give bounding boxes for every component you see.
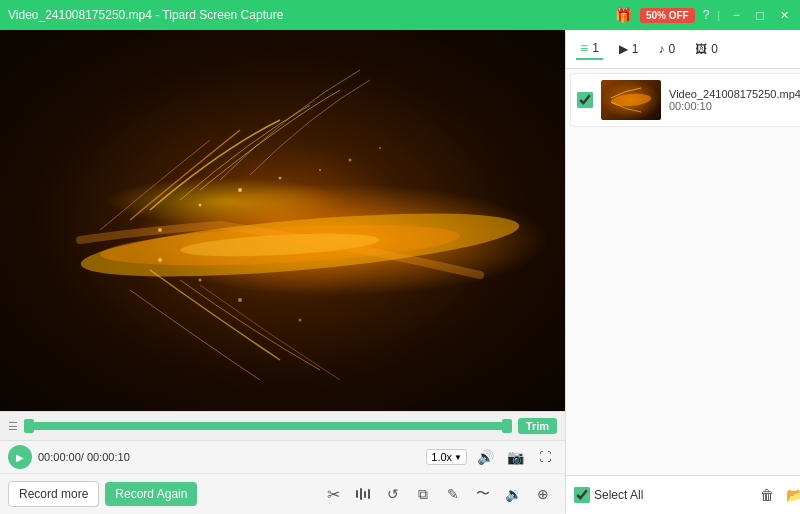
edit-icon[interactable]: ✎ [439,480,467,508]
app-title: Video_241008175250.mp4 - Tipard Screen C… [8,8,283,22]
rotate-icon[interactable]: ↺ [379,480,407,508]
right-bottom-bar: Select All 🗑 📂 ⬛ [566,475,800,514]
file-duration: 00:00:10 [669,100,800,112]
file-info: Video_241008175250.mp4 00:00:10 [669,88,800,112]
copy-icon[interactable]: ⧉ [409,480,437,508]
file-checkbox[interactable] [577,92,593,108]
svg-point-8 [349,159,352,162]
svg-point-12 [238,298,242,302]
equalizer-icon[interactable] [349,480,377,508]
trim-handle-left[interactable] [24,419,34,433]
camera-icon[interactable]: 📷 [503,445,527,469]
fullscreen-icon[interactable]: ⛶ [533,445,557,469]
file-item: Video_241008175250.mp4 00:00:10 [570,73,800,127]
svg-point-10 [158,258,162,262]
maximize-button[interactable]: □ [752,7,768,23]
select-all-label[interactable]: Select All [594,488,643,502]
image-tab-icon: 🖼 [695,42,707,56]
volume-adjust-icon[interactable]: 🔉 [499,480,527,508]
image-count: 0 [711,42,718,56]
record-more-button[interactable]: Record more [8,481,99,507]
record-again-button[interactable]: Record Again [105,482,197,506]
close-button[interactable]: ✕ [776,7,792,23]
right-panel: ≡ 1 ▶ 1 ♪ 0 🖼 0 [565,30,800,514]
gift-icon: 🎁 [615,7,632,23]
bottom-controls: ☰ Trim ▶ 00:00:00/ 00:00:10 1.0x ▼ � [0,411,565,514]
speed-value: 1.0x [431,451,452,463]
promo-badge[interactable]: 50% OFF [640,8,695,23]
tab-video[interactable]: ▶ 1 [615,40,643,58]
right-tool-icons: 🗑 📂 ⬛ [754,482,800,508]
svg-rect-17 [368,489,370,499]
play-icon: ▶ [16,452,24,463]
scissors-icon[interactable]: ✂ [319,480,347,508]
trim-handle-right[interactable] [502,419,512,433]
file-list: Video_241008175250.mp4 00:00:10 [566,69,800,475]
title-bar: Video_241008175250.mp4 - Tipard Screen C… [0,0,800,30]
file-name: Video_241008175250.mp4 [669,88,800,100]
delete-icon[interactable]: 🗑 [754,482,780,508]
more-icon[interactable]: ⊕ [529,480,557,508]
time-display: 00:00:00/ 00:00:10 [38,451,130,463]
list-count: 1 [592,41,599,55]
svg-rect-15 [360,488,362,500]
speed-selector[interactable]: 1.0x ▼ [426,449,467,465]
svg-point-5 [238,188,242,192]
video-tab-icon: ▶ [619,42,628,56]
audio-count: 0 [669,42,676,56]
svg-rect-16 [364,491,366,498]
tool-icons: ✂ ↺ ⧉ ✎ [319,480,557,508]
minimize-button[interactable]: － [728,7,744,23]
action-bar: Record more Record Again ✂ [0,473,565,514]
svg-point-18 [611,92,652,107]
volume-icon[interactable]: 🔊 [473,445,497,469]
svg-point-9 [379,147,381,149]
svg-point-13 [299,319,302,322]
trim-button[interactable]: Trim [518,418,557,434]
svg-point-6 [279,177,282,180]
spark-particles [0,30,565,411]
svg-point-7 [319,169,321,171]
trim-track[interactable] [24,422,512,430]
folder-icon[interactable]: 📂 [782,482,800,508]
select-all-area: Select All [574,487,643,503]
tab-bar: ≡ 1 ▶ 1 ♪ 0 🖼 0 [566,30,800,69]
left-panel: ☰ Trim ▶ 00:00:00/ 00:00:10 1.0x ▼ � [0,30,565,514]
select-all-checkbox[interactable] [574,487,590,503]
svg-rect-14 [356,490,358,498]
audio-tab-icon: ♪ [659,42,665,56]
help-icon[interactable]: ? [703,8,710,22]
tab-list[interactable]: ≡ 1 [576,38,603,60]
file-thumbnail [601,80,661,120]
promo-label: 50% OFF [646,10,689,21]
video-preview [0,30,565,411]
tab-audio[interactable]: ♪ 0 [655,40,680,58]
play-button[interactable]: ▶ [8,445,32,469]
audio-icon[interactable]: 〜 [469,480,497,508]
trim-bar: ☰ Trim [0,412,565,441]
speed-dropdown-icon: ▼ [454,453,462,462]
svg-point-4 [199,204,202,207]
separator: | [717,10,720,21]
svg-point-11 [199,279,202,282]
playback-bar: ▶ 00:00:00/ 00:00:10 1.0x ▼ 🔊 📷 ⛶ [0,441,565,473]
video-count: 1 [632,42,639,56]
list-icon: ≡ [580,40,588,56]
tab-image[interactable]: 🖼 0 [691,40,722,58]
